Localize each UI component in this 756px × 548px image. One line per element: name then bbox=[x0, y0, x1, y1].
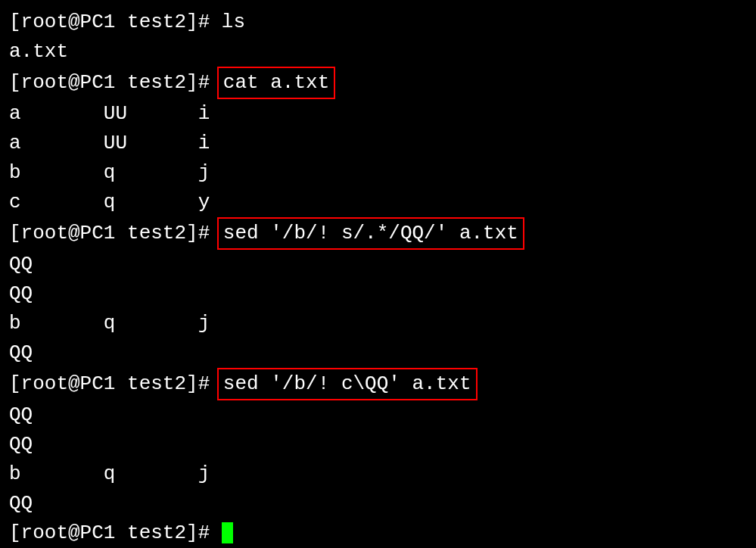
output-line: a UU i bbox=[9, 99, 747, 129]
shell-prompt: [root@PC1 test2]# bbox=[9, 522, 222, 544]
cursor-block bbox=[222, 522, 233, 543]
shell-prompt: [root@PC1 test2]# bbox=[9, 71, 222, 94]
output-line: b q j bbox=[9, 158, 747, 188]
output-line: QQ bbox=[9, 489, 747, 518]
output-line: QQ bbox=[9, 279, 747, 309]
output-line: b q j bbox=[9, 309, 747, 338]
output-line: QQ bbox=[9, 430, 747, 459]
output-line: QQ bbox=[9, 400, 747, 430]
shell-prompt: [root@PC1 test2]# bbox=[9, 11, 222, 33]
terminal-line: [root@PC1 test2]# sed '/b/! s/.*/QQ/' a.… bbox=[9, 217, 747, 250]
output-line: a UU i bbox=[9, 129, 747, 158]
highlighted-command-cat: cat a.txt bbox=[217, 67, 335, 99]
terminal-line: [root@PC1 test2]# cat a.txt bbox=[9, 67, 747, 99]
terminal-line[interactable]: [root@PC1 test2]# bbox=[9, 518, 747, 548]
shell-prompt: [root@PC1 test2]# bbox=[9, 222, 222, 244]
highlighted-command-sed-s: sed '/b/! s/.*/QQ/' a.txt bbox=[217, 217, 524, 250]
command-ls: ls bbox=[222, 11, 245, 33]
output-line: QQ bbox=[9, 338, 747, 368]
terminal-line: [root@PC1 test2]# ls bbox=[9, 8, 747, 37]
output-line: b q j bbox=[9, 459, 747, 489]
output-line: c q y bbox=[9, 188, 747, 217]
shell-prompt: [root@PC1 test2]# bbox=[9, 372, 222, 395]
output-line: QQ bbox=[9, 250, 747, 279]
output-line: a.txt bbox=[9, 37, 747, 67]
highlighted-command-sed-c: sed '/b/! c\QQ' a.txt bbox=[217, 368, 478, 400]
terminal-line: [root@PC1 test2]# sed '/b/! c\QQ' a.txt bbox=[9, 368, 747, 400]
